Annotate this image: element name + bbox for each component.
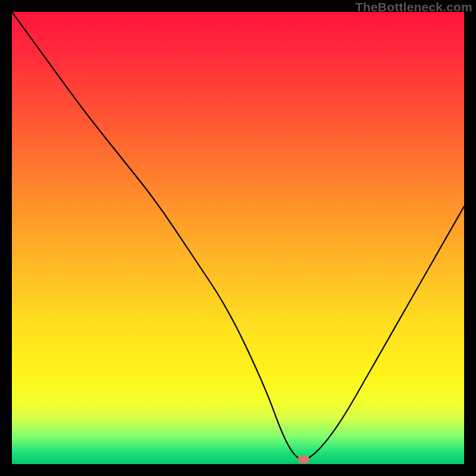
optimal-marker bbox=[298, 456, 309, 463]
chart-svg bbox=[12, 12, 464, 464]
watermark-label: TheBottleneck.com bbox=[355, 0, 472, 14]
chart-frame: TheBottleneck.com bbox=[0, 0, 476, 476]
plot-area bbox=[12, 12, 464, 464]
bottleneck-curve bbox=[12, 12, 464, 459]
